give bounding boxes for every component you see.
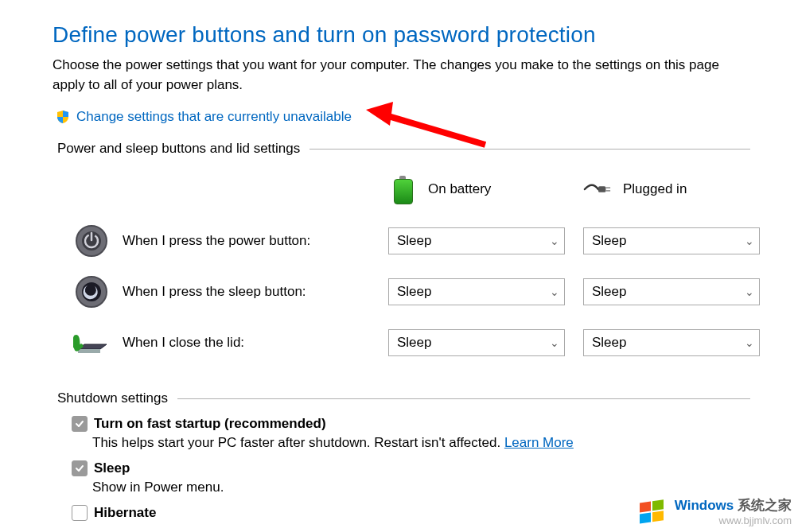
sleep-desc: Show in Power menu. xyxy=(92,480,750,495)
watermark: Windows 系统之家 www.bjjmlv.com xyxy=(636,495,792,527)
page-subtitle: Choose the power settings that you want … xyxy=(53,56,750,95)
hibernate-label: Hibernate xyxy=(94,505,156,521)
chevron-down-icon: ⌄ xyxy=(745,336,754,349)
page-title: Define power buttons and turn on passwor… xyxy=(53,22,750,48)
plugged-in-header: Plugged in xyxy=(623,181,687,197)
opt-sleep: Sleep Show in Power menu. xyxy=(72,460,750,495)
opt-fast-startup: Turn on fast startup (recommended) This … xyxy=(72,416,750,451)
sleep-button-plugged-select[interactable]: Sleep ⌄ xyxy=(583,278,760,305)
plug-icon xyxy=(583,175,612,204)
close-lid-icon xyxy=(73,324,110,361)
row-close-lid: When I close the lid: xyxy=(53,317,388,368)
chevron-down-icon: ⌄ xyxy=(550,285,559,298)
column-headers: On battery Plugged in xyxy=(53,163,750,216)
close-lid-plugged-select[interactable]: Sleep ⌄ xyxy=(583,329,760,356)
sleep-label: Sleep xyxy=(94,460,130,476)
power-button-icon xyxy=(73,223,110,259)
row-sleep-button: When I press the sleep button: xyxy=(53,266,388,317)
fast-startup-label: Turn on fast startup (recommended) xyxy=(94,416,326,432)
sleep-checkbox[interactable] xyxy=(72,460,88,476)
sleep-button-battery-select[interactable]: Sleep ⌄ xyxy=(388,278,565,305)
chevron-down-icon: ⌄ xyxy=(550,336,559,349)
chevron-down-icon: ⌄ xyxy=(745,235,754,247)
chevron-down-icon: ⌄ xyxy=(745,285,754,298)
windows-logo-icon xyxy=(636,495,668,527)
svg-rect-11 xyxy=(640,501,651,512)
section-shutdown-settings: Shutdown settings xyxy=(53,390,750,406)
fast-startup-checkbox[interactable] xyxy=(72,416,88,432)
svg-rect-12 xyxy=(652,499,664,511)
section-power-buttons: Power and sleep buttons and lid settings xyxy=(53,141,750,157)
power-button-battery-select[interactable]: Sleep ⌄ xyxy=(388,227,565,254)
learn-more-link[interactable]: Learn More xyxy=(504,435,574,450)
sleep-button-icon xyxy=(73,274,110,310)
svg-rect-14 xyxy=(652,511,664,522)
chevron-down-icon: ⌄ xyxy=(550,235,559,247)
svg-rect-13 xyxy=(640,512,651,523)
close-lid-battery-select[interactable]: Sleep ⌄ xyxy=(388,329,565,356)
battery-icon xyxy=(388,175,417,204)
fast-startup-desc: This helps start your PC faster after sh… xyxy=(92,435,504,450)
svg-rect-0 xyxy=(598,186,605,192)
on-battery-header: On battery xyxy=(428,181,491,197)
power-button-plugged-select[interactable]: Sleep ⌄ xyxy=(583,227,760,254)
change-unavailable-settings-link[interactable]: Change settings that are currently unava… xyxy=(56,109,750,125)
change-unavailable-label: Change settings that are currently unava… xyxy=(76,109,352,125)
uac-shield-icon xyxy=(56,110,70,124)
hibernate-checkbox[interactable] xyxy=(72,505,88,521)
row-power-button: When I press the power button: xyxy=(53,216,388,266)
